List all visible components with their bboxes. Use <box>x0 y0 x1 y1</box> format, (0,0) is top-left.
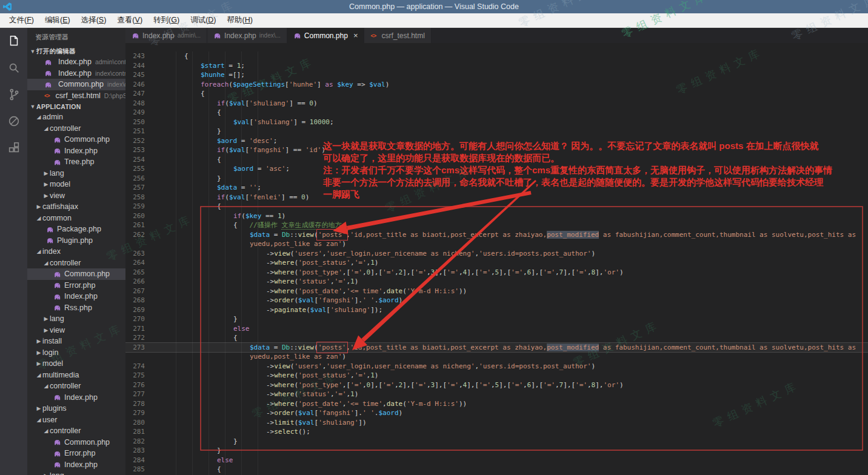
code-line-277[interactable]: 277->where('status','=',1) <box>125 390 868 399</box>
menu-item-H[interactable]: 帮助(H) <box>222 13 258 27</box>
code-line-243[interactable]: 243{ <box>125 51 868 61</box>
code-line-258[interactable]: 258if($val['fenlei'] == 0) <box>125 193 868 202</box>
tab-csrf_test.html[interactable]: <>csrf_test.html <box>364 28 431 43</box>
line-number[interactable]: 265 <box>125 268 152 277</box>
code-line-273[interactable]: 273$data = Db::view('posts','id,post_tit… <box>125 343 868 353</box>
line-number[interactable]: 285 <box>125 465 152 474</box>
line-number[interactable]: 259 <box>125 202 152 211</box>
code-line-276[interactable]: 276->where('post_type',['=',0],['=',2],[… <box>125 380 868 390</box>
code-line-285[interactable]: 285{ <box>125 465 868 474</box>
tab-Index.php[interactable]: Index.phpindex\... <box>207 28 287 43</box>
code-line-wrap[interactable]: yuedu,post_like as zan') <box>125 352 868 362</box>
code-line-272[interactable]: 272{ <box>125 333 868 343</box>
code-line-269[interactable]: 269->paginate($val['shuliang']); <box>125 305 868 315</box>
line-number[interactable]: 261 <box>125 221 152 230</box>
line-number[interactable]: 260 <box>125 211 152 221</box>
tree-item-common[interactable]: ◢common <box>27 213 125 224</box>
code-line-282[interactable]: 282} <box>125 437 868 447</box>
tree-item-install[interactable]: ▶install <box>27 336 125 347</box>
code-line-284[interactable]: 284else <box>125 456 868 465</box>
tree-item-Error.php[interactable]: Error.php <box>27 280 125 291</box>
code-line-252[interactable]: 252$aord = 'desc'; <box>125 136 868 146</box>
code-line-246[interactable]: 246foreach($pageSettings['hunhe'] as $ke… <box>125 80 868 90</box>
line-number[interactable]: 270 <box>125 314 152 324</box>
tree-item-view[interactable]: ▶view <box>27 325 125 336</box>
line-number[interactable]: 269 <box>125 305 152 315</box>
line-number[interactable]: 272 <box>125 333 152 343</box>
menu-item-E[interactable]: 编辑(E) <box>39 13 76 27</box>
tree-item-Common.php[interactable]: Common.php <box>27 268 125 280</box>
line-number[interactable]: 251 <box>125 127 152 136</box>
search-icon[interactable] <box>0 55 27 81</box>
tree-item-Index.php[interactable]: Index.php <box>27 459 125 471</box>
tree-item-login[interactable]: ▶login <box>27 347 125 359</box>
code-line-248[interactable]: 248if($val['shuliang'] == 0) <box>125 99 868 108</box>
tree-item-controller[interactable]: ◢controller <box>27 380 125 392</box>
line-number[interactable]: 245 <box>125 70 152 80</box>
open-editors-header[interactable]: ▼ 打开的编辑器 <box>27 46 125 56</box>
line-number[interactable]: 275 <box>125 371 152 380</box>
line-number[interactable]: 278 <box>125 399 152 409</box>
line-number[interactable]: 273 <box>125 343 152 353</box>
line-number[interactable]: 256 <box>125 174 152 184</box>
code-line-261[interactable]: 261{ //骚操作 文章生成缓存的地方 <box>125 221 868 230</box>
line-number[interactable] <box>125 352 152 362</box>
line-number[interactable] <box>125 239 152 249</box>
line-number[interactable]: 255 <box>125 164 152 174</box>
tree-item-Index.php[interactable]: Index.php <box>27 145 125 157</box>
code-line-267[interactable]: 267->where('post_date','<= time',date('Y… <box>125 287 868 296</box>
code-line-259[interactable]: 259{ <box>125 202 868 211</box>
code-line-254[interactable]: 254{ <box>125 155 868 165</box>
open-editor-item-Common.php[interactable]: Common.phpindex\con... <box>27 79 125 90</box>
code-line-wrap[interactable]: yuedu,post_like as zan') <box>125 239 868 249</box>
tree-item-Plugin.php[interactable]: Plugin.php <box>27 235 125 247</box>
line-number[interactable]: 277 <box>125 390 152 399</box>
line-number[interactable]: 253 <box>125 145 152 155</box>
tree-item-Common.php[interactable]: Common.php <box>27 134 125 145</box>
line-number[interactable]: 282 <box>125 437 152 447</box>
tree-item-Rss.php[interactable]: Rss.php <box>27 302 125 314</box>
project-section-header[interactable]: ▼ APPLICATION <box>27 101 125 111</box>
code-line-244[interactable]: 244$start = 1; <box>125 61 868 71</box>
code-line-278[interactable]: 278->where('post_date','<= time',date('Y… <box>125 399 868 409</box>
code-line-260[interactable]: 260if($key == 1) <box>125 211 868 221</box>
line-number[interactable]: 262 <box>125 230 152 240</box>
code-line-257[interactable]: 257$data = ''; <box>125 183 868 193</box>
line-number[interactable]: 246 <box>125 80 152 90</box>
line-number[interactable]: 281 <box>125 427 152 437</box>
tree-item-user[interactable]: ◢user <box>27 414 125 426</box>
line-number[interactable]: 274 <box>125 362 152 371</box>
extensions-icon[interactable] <box>0 135 27 161</box>
debug-icon[interactable] <box>0 108 27 135</box>
tab-Common.php[interactable]: Common.php× <box>287 28 365 43</box>
line-number[interactable]: 258 <box>125 193 152 202</box>
open-editor-item-csrf_test.html[interactable]: <>csrf_test.htmlD:\phpStu... <box>27 90 125 102</box>
line-number[interactable]: 244 <box>125 61 152 71</box>
line-number[interactable]: 276 <box>125 380 152 390</box>
line-number[interactable]: 250 <box>125 118 152 127</box>
code-line-281[interactable]: 281->select(); <box>125 427 868 437</box>
tree-item-Index.php[interactable]: Index.php <box>27 291 125 302</box>
code-line-271[interactable]: 271else <box>125 324 868 334</box>
tree-item-model[interactable]: ▶model <box>27 358 125 370</box>
code-line-268[interactable]: 268->order($val['fangshi'].' '.$aord) <box>125 296 868 305</box>
line-number[interactable]: 257 <box>125 183 152 193</box>
code-line-262[interactable]: 262$data = Db::view('posts','id,post_tit… <box>125 230 868 240</box>
code-line-247[interactable]: 247{ <box>125 89 868 99</box>
tree-item-controller[interactable]: ◢controller <box>27 257 125 269</box>
tree-item-admin[interactable]: ◢admin <box>27 111 125 123</box>
source-control-icon[interactable] <box>0 81 27 108</box>
tree-item-Index.php[interactable]: Index.php <box>27 392 125 404</box>
tree-item-Common.php[interactable]: Common.php <box>27 437 125 448</box>
tree-item-plugins[interactable]: ▶plugins <box>27 403 125 414</box>
code-line-264[interactable]: 264->where('post_status','=',1) <box>125 258 868 268</box>
code-line-263[interactable]: 263->view('users','user_login,user_nicen… <box>125 249 868 259</box>
menu-item-V[interactable]: 查看(V) <box>112 13 148 27</box>
menu-item-S[interactable]: 选择(S) <box>76 13 112 27</box>
code-line-245[interactable]: 245$hunhe =[]; <box>125 70 868 80</box>
line-number[interactable]: 249 <box>125 108 152 118</box>
code-line-283[interactable]: 283} <box>125 446 868 456</box>
tree-item-Tree.php[interactable]: Tree.php <box>27 156 125 168</box>
code-line-265[interactable]: 265->where('post_type',['=',0],['=',2],[… <box>125 268 868 277</box>
tree-item-catfishajax[interactable]: ▶catfishajax <box>27 201 125 213</box>
